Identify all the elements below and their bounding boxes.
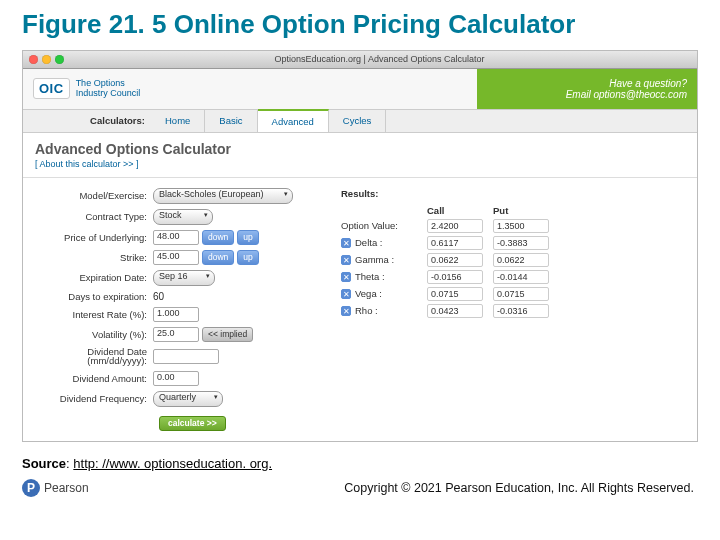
contact-email: Email options@theocc.com [566,89,687,100]
strike-input[interactable]: 45.00 [153,250,199,265]
dividend-amount-input[interactable]: 0.00 [153,371,199,386]
pearson-icon: P [22,479,40,497]
result-call: 2.4200 [427,219,483,233]
dividend-date-input[interactable] [153,349,219,364]
result-name: Delta : [355,237,382,248]
dividend-amount-label: Dividend Amount: [35,373,153,384]
minimize-icon [42,55,51,64]
contract-type-label: Contract Type: [35,211,153,222]
source-link[interactable]: http: //www. optionseducation. org. [73,456,272,471]
dividend-date-label: Dividend Date (mm/dd/yyyy): [35,347,153,366]
volatility-label: Volatility (%): [35,329,153,340]
col-call: Call [427,205,493,216]
oic-logo: OIC [33,78,70,99]
price-up-button[interactable]: up [237,230,258,245]
expiration-label: Expiration Date: [35,272,153,283]
brand-tagline: Industry Council [76,89,141,99]
result-put: 1.3500 [493,219,549,233]
result-put: -0.3883 [493,236,549,250]
result-call: 0.0715 [427,287,483,301]
window-titlebar: OptionsEducation.org | Advanced Options … [23,51,697,69]
zoom-icon [55,55,64,64]
calculator-tabs: Calculators: Home Basic Advanced Cycles [23,109,697,133]
days-value: 60 [153,291,164,302]
tab-advanced[interactable]: Advanced [258,109,329,132]
results-panel: Results: Call Put Option Value:2.42001.3… [341,188,685,431]
volatility-input[interactable]: 25.0 [153,327,199,342]
source-label: Source [22,456,66,471]
strike-label: Strike: [35,252,153,263]
expiration-select[interactable]: Sep 16 [153,270,215,286]
calculate-button[interactable]: calculate >> [159,416,226,431]
rate-label: Interest Rate (%): [35,309,153,320]
result-put: 0.0715 [493,287,549,301]
price-down-button[interactable]: down [202,230,234,245]
result-put: 0.0622 [493,253,549,267]
price-input[interactable]: 48.00 [153,230,199,245]
copyright: Copyright © 2021 Pearson Education, Inc.… [344,481,694,495]
result-name: Vega : [355,288,382,299]
result-put: -0.0144 [493,270,549,284]
contact-banner: Have a question? Email options@theocc.co… [477,69,697,109]
result-name: Option Value: [341,220,398,231]
contact-question: Have a question? [609,78,687,89]
slide-title: Figure 21. 5 Online Option Pricing Calcu… [22,10,698,40]
dividend-frequency-select[interactable]: Quarterly [153,391,223,407]
tab-basic[interactable]: Basic [205,110,257,132]
brand-bar: OIC The Options Industry Council [23,69,477,109]
greek-toggle[interactable]: ✕ [341,272,351,282]
results-label: Results: [341,188,685,199]
greek-toggle[interactable]: ✕ [341,289,351,299]
result-call: 0.6117 [427,236,483,250]
dividend-frequency-label: Dividend Frequency: [35,393,153,404]
pearson-logo: P Pearson [22,479,89,497]
result-put: -0.0316 [493,304,549,318]
result-name: Rho : [355,305,378,316]
result-call: 0.0622 [427,253,483,267]
tabs-label: Calculators: [33,110,151,132]
screenshot-figure: OptionsEducation.org | Advanced Options … [22,50,698,442]
tab-cycles[interactable]: Cycles [329,110,387,132]
close-icon [29,55,38,64]
strike-down-button[interactable]: down [202,250,234,265]
window-title: OptionsEducation.org | Advanced Options … [68,54,691,64]
greek-toggle[interactable]: ✕ [341,255,351,265]
price-label: Price of Underlying: [35,232,153,243]
days-label: Days to expiration: [35,291,153,302]
rate-input[interactable]: 1.000 [153,307,199,322]
implied-button[interactable]: << implied [202,327,253,342]
about-link[interactable]: [ About this calculator >> ] [23,159,697,178]
result-name: Theta : [355,271,385,282]
pearson-text: Pearson [44,481,89,495]
result-call: 0.0423 [427,304,483,318]
input-form: Model/Exercise:Black-Scholes (European) … [35,188,315,431]
greek-toggle[interactable]: ✕ [341,238,351,248]
contract-type-select[interactable]: Stock [153,209,213,225]
calculator-heading: Advanced Options Calculator [23,133,697,159]
model-select[interactable]: Black-Scholes (European) [153,188,293,204]
result-call: -0.0156 [427,270,483,284]
source-line: Source: http: //www. optionseducation. o… [22,456,698,471]
result-name: Gamma : [355,254,394,265]
greek-toggle[interactable]: ✕ [341,306,351,316]
model-label: Model/Exercise: [35,190,153,201]
col-put: Put [493,205,559,216]
tab-home[interactable]: Home [151,110,205,132]
strike-up-button[interactable]: up [237,250,258,265]
